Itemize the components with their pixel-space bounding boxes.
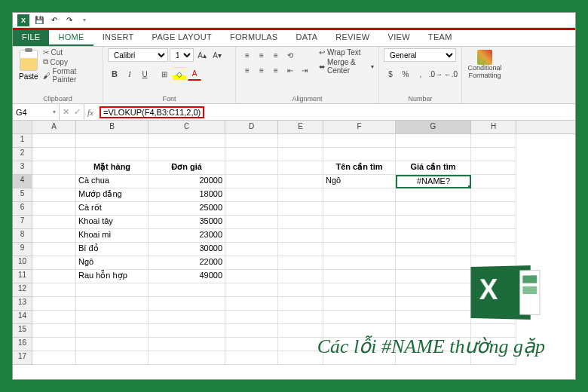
- cell[interactable]: [323, 229, 396, 243]
- cell[interactable]: [396, 216, 471, 229]
- cell[interactable]: [278, 216, 323, 229]
- cell[interactable]: [32, 243, 76, 256]
- cell[interactable]: [323, 311, 396, 324]
- cell[interactable]: [278, 148, 323, 161]
- cell[interactable]: [225, 175, 278, 188]
- cell[interactable]: [32, 256, 76, 270]
- save-icon[interactable]: 💾: [34, 15, 44, 26]
- cell[interactable]: Giá cần tìm: [396, 161, 471, 175]
- cell[interactable]: [225, 283, 278, 297]
- number-format-select[interactable]: General: [384, 48, 456, 62]
- cell[interactable]: [323, 202, 396, 216]
- cell[interactable]: [32, 161, 76, 175]
- col-header-F[interactable]: F: [323, 121, 396, 133]
- cell[interactable]: [471, 188, 516, 202]
- copy-button[interactable]: ⧉Copy: [43, 57, 98, 66]
- row-header[interactable]: 13: [13, 297, 32, 311]
- cell[interactable]: [323, 188, 396, 202]
- align-middle-button[interactable]: ≡: [255, 48, 268, 62]
- increase-indent-button[interactable]: ⇥: [298, 63, 311, 77]
- col-header-G[interactable]: G: [396, 121, 471, 133]
- cell[interactable]: [396, 270, 471, 283]
- cell[interactable]: Ngô: [76, 256, 149, 270]
- error-indicator-icon[interactable]: [396, 175, 397, 188]
- cell[interactable]: [471, 161, 516, 175]
- cell[interactable]: [32, 202, 76, 216]
- enter-formula-icon[interactable]: ✓: [74, 107, 81, 117]
- cell[interactable]: [278, 175, 323, 188]
- tab-insert[interactable]: INSERT: [93, 30, 143, 46]
- font-color-button[interactable]: A: [188, 67, 201, 81]
- tab-home[interactable]: HOME: [49, 30, 93, 46]
- cell[interactable]: Cà rốt: [76, 202, 149, 216]
- select-all-corner[interactable]: [13, 121, 32, 133]
- underline-button[interactable]: U: [138, 67, 152, 81]
- cell[interactable]: [323, 148, 396, 161]
- accounting-button[interactable]: $: [384, 67, 397, 81]
- cell[interactable]: [471, 216, 516, 229]
- cell[interactable]: [471, 243, 516, 256]
- cell[interactable]: [225, 188, 278, 202]
- cell[interactable]: [323, 134, 396, 148]
- cell[interactable]: [278, 188, 323, 202]
- tab-view[interactable]: VIEW: [379, 30, 419, 46]
- cell[interactable]: [149, 338, 225, 351]
- cell[interactable]: 49000: [149, 270, 225, 283]
- cell[interactable]: [471, 202, 516, 216]
- tab-team[interactable]: TEAM: [419, 30, 461, 46]
- cell[interactable]: [225, 216, 278, 229]
- cell[interactable]: [396, 311, 471, 324]
- cell[interactable]: [225, 161, 278, 175]
- cell[interactable]: [149, 283, 225, 297]
- cell[interactable]: [278, 311, 323, 324]
- row-header[interactable]: 12: [13, 283, 32, 297]
- tab-review[interactable]: REVIEW: [326, 30, 378, 46]
- cell[interactable]: [396, 134, 471, 148]
- cell[interactable]: [225, 148, 278, 161]
- cell[interactable]: [32, 297, 76, 311]
- cell[interactable]: [76, 351, 149, 365]
- cell[interactable]: [32, 351, 76, 365]
- decrease-indent-button[interactable]: ⇤: [283, 63, 297, 77]
- cell[interactable]: [32, 283, 76, 297]
- row-header[interactable]: 11: [13, 270, 32, 283]
- cell[interactable]: [396, 202, 471, 216]
- cell[interactable]: Ngô: [323, 175, 396, 188]
- increase-decimal-button[interactable]: .0→: [429, 67, 443, 81]
- row-header[interactable]: 1: [13, 134, 32, 148]
- row-header[interactable]: 16: [13, 338, 32, 351]
- cell[interactable]: [76, 324, 149, 338]
- cell[interactable]: [278, 202, 323, 216]
- cells-area[interactable]: Mặt hàngĐơn giáTên cần tìmGiá cần tìmCà …: [32, 134, 516, 365]
- cell[interactable]: Khoai tây: [76, 216, 149, 229]
- align-center-button[interactable]: ≡: [255, 63, 268, 77]
- cell[interactable]: Mướp đắng: [76, 188, 149, 202]
- cell[interactable]: [396, 256, 471, 270]
- increase-font-button[interactable]: A▴: [195, 48, 209, 62]
- cell[interactable]: [278, 270, 323, 283]
- align-top-button[interactable]: ≡: [240, 48, 254, 62]
- cell[interactable]: [76, 311, 149, 324]
- italic-button[interactable]: I: [123, 67, 136, 81]
- borders-button[interactable]: ⊞: [158, 67, 171, 81]
- cell[interactable]: [32, 216, 76, 229]
- cell[interactable]: [225, 311, 278, 324]
- cell[interactable]: 23000: [149, 229, 225, 243]
- cell[interactable]: [323, 283, 396, 297]
- col-header-B[interactable]: B: [76, 121, 149, 133]
- cell[interactable]: [278, 134, 323, 148]
- row-header[interactable]: 15: [13, 324, 32, 338]
- cell[interactable]: [278, 297, 323, 311]
- cell[interactable]: [225, 134, 278, 148]
- tab-page-layout[interactable]: PAGE LAYOUT: [143, 30, 221, 46]
- decrease-font-button[interactable]: A▾: [210, 48, 224, 62]
- font-name-select[interactable]: Calibri: [108, 48, 168, 62]
- cell[interactable]: [225, 351, 278, 365]
- cell[interactable]: [76, 134, 149, 148]
- cell[interactable]: [225, 324, 278, 338]
- row-header[interactable]: 3: [13, 161, 32, 175]
- cell[interactable]: [278, 229, 323, 243]
- cell[interactable]: [76, 297, 149, 311]
- col-header-E[interactable]: E: [278, 121, 323, 133]
- cell[interactable]: [225, 202, 278, 216]
